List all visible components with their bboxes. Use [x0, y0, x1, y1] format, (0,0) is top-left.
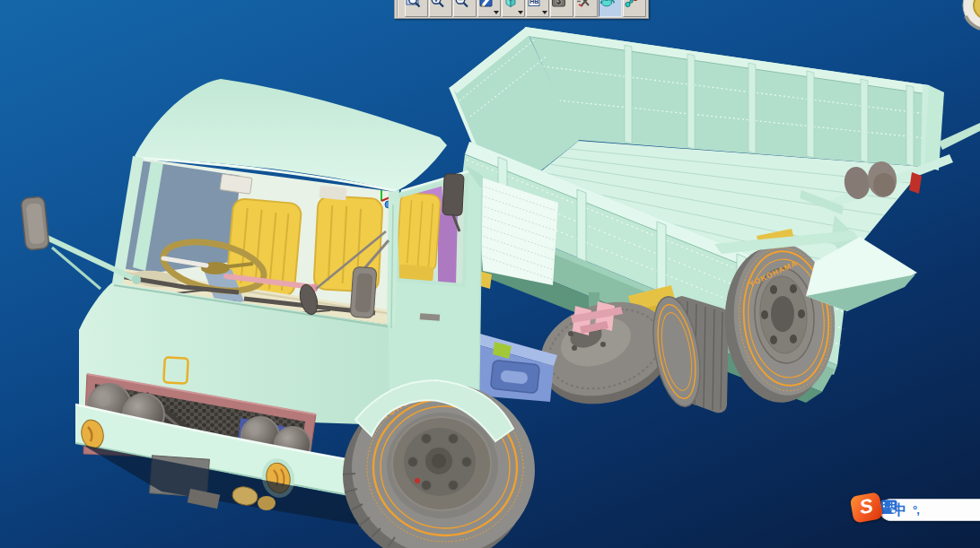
truck-model[interactable]: YOKOHAMA	[0, 0, 980, 548]
toolbar-button-extrude[interactable]	[502, 0, 525, 17]
floating-toolbar: HB	[394, 0, 649, 19]
ime-logo[interactable]: S	[850, 491, 884, 523]
toolbar-drag-handle[interactable]	[397, 0, 402, 17]
sketch-plane-icon	[478, 0, 494, 8]
dropdown-arrow-icon	[542, 11, 547, 14]
viewport-3d[interactable]: YOKOHAMA	[0, 0, 980, 548]
toolbar-button-hide-annotations[interactable]	[574, 0, 598, 17]
toolbar-button-snapshot[interactable]	[550, 0, 573, 17]
rear-inner-wheel	[646, 293, 730, 413]
dropdown-arrow-icon	[494, 11, 499, 14]
toolbar-button-zoom-out[interactable]	[453, 0, 477, 17]
person-icon[interactable]	[880, 500, 897, 515]
extrude-box-icon	[503, 0, 519, 8]
toolbar-button-zoom-window[interactable]	[405, 0, 428, 17]
zoom-in-icon	[430, 0, 446, 8]
zoom-window-icon	[406, 0, 422, 8]
floating-circle-object	[963, 0, 980, 30]
toolbar-button-sketch[interactable]	[477, 0, 501, 17]
ime-toolbar: 中 °, S	[852, 494, 980, 523]
ime-punctuation-toggle[interactable]: °,	[913, 504, 919, 516]
toolbar-button-box-copy[interactable]: HB	[526, 0, 549, 17]
toolbar-button-link-nodes[interactable]	[623, 0, 646, 17]
box-copy-label: HB	[529, 0, 538, 4]
hide-annotations-icon	[575, 0, 591, 8]
box-copy-icon: HB	[527, 0, 543, 8]
dropdown-arrow-icon	[518, 11, 523, 14]
camera-icon	[551, 0, 567, 8]
toolbar-button-zoom-in[interactable]	[429, 0, 452, 17]
zoom-out-icon	[454, 0, 470, 8]
render-teapot-icon	[599, 0, 616, 8]
link-nodes-icon	[624, 0, 640, 8]
toolbar-button-render[interactable]	[599, 0, 622, 17]
ime-pill: 中 °,	[879, 499, 980, 521]
